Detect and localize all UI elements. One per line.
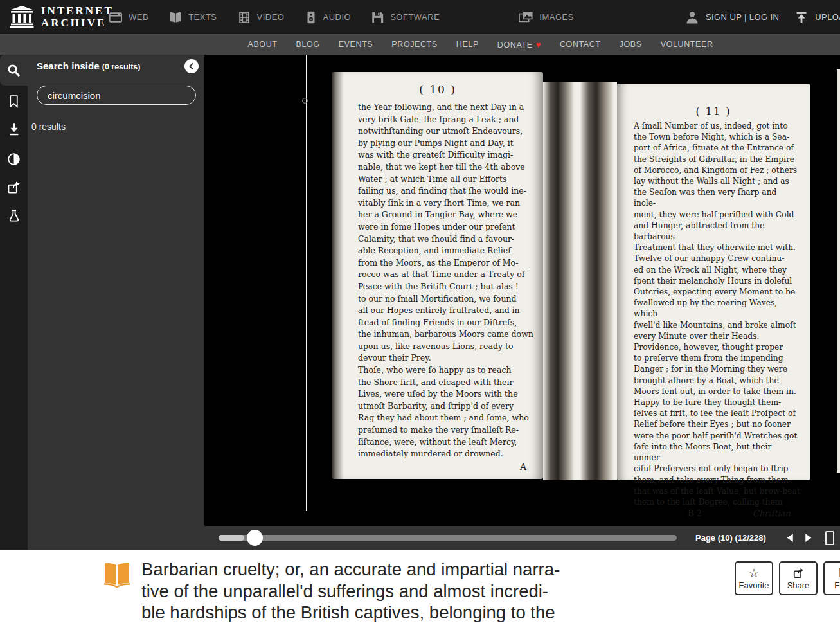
nav-images[interactable]: IMAGES	[518, 10, 574, 24]
left-page-signature: A	[332, 462, 543, 472]
next-page-button[interactable]	[803, 526, 814, 550]
upload-icon	[794, 10, 809, 25]
contrast-icon	[6, 152, 21, 167]
subnav-about[interactable]: ABOUT	[247, 40, 277, 49]
chevron-left-icon	[188, 62, 195, 70]
nav-web-label: WEB	[129, 12, 148, 22]
upload-link[interactable]: UPLOAD	[815, 12, 840, 22]
reader-toolbar: Page (10) (12/228)	[204, 526, 840, 550]
bookmark-icon	[7, 94, 21, 109]
open-book-icon	[102, 563, 132, 588]
internet-archive-logo[interactable]: INTERNET ARCHIVE	[9, 5, 114, 29]
brand-line2: ARCHIVE	[41, 17, 114, 29]
download-icon	[7, 122, 21, 137]
software-icon	[370, 10, 385, 24]
archive-building-icon	[9, 5, 35, 29]
star-icon: ☆	[748, 567, 759, 579]
left-page-number: ( 10 )	[332, 83, 543, 96]
left-page-text: the Year following, and the next Day in …	[358, 102, 537, 460]
heart-icon: ♥	[536, 40, 541, 50]
visual-adjustments-tab[interactable]	[0, 145, 28, 173]
flag-icon: ⚑	[837, 567, 840, 579]
experiments-tab[interactable]	[0, 201, 28, 230]
one-page-view-toggle[interactable]	[825, 531, 834, 545]
book-spine-gutter	[543, 82, 617, 480]
subnav-blog[interactable]: BLOG	[296, 40, 320, 49]
search-inside-tab[interactable]	[0, 55, 28, 86]
nav-images-label: IMAGES	[539, 12, 574, 22]
search-panel-header: Search inside (0 results)	[37, 60, 140, 71]
page-edge-line	[306, 55, 307, 511]
flag-button[interactable]: ⚑ Flag	[823, 561, 840, 595]
search-header-title: Search inside	[37, 60, 100, 71]
favorite-button-label: Favorite	[739, 581, 769, 590]
favorite-button[interactable]: ☆ Favorite	[735, 561, 773, 595]
share-tab[interactable]	[0, 173, 28, 201]
page-status-text: Page (10) (12/228)	[695, 526, 766, 550]
page-slider-thumb[interactable]	[247, 530, 263, 546]
item-details-footer: Barbarian cruelty; or, an accurate and i…	[0, 550, 840, 623]
flask-icon	[7, 208, 21, 223]
nav-audio[interactable]: AUDIO	[304, 10, 352, 24]
search-results-text: 0 results	[31, 122, 66, 132]
page-slider-fill	[219, 535, 244, 541]
flag-button-label: Flag	[834, 581, 840, 590]
images-icon	[518, 10, 534, 24]
nav-video[interactable]: VIDEO	[237, 10, 285, 24]
share-button-label: Share	[787, 581, 810, 590]
subnav-jobs[interactable]: JOBS	[620, 40, 642, 49]
web-icon	[108, 10, 123, 24]
book-title: Barbarian cruelty; or, an accurate and i…	[141, 559, 611, 623]
nav-audio-label: AUDIO	[323, 12, 352, 22]
video-icon	[237, 10, 252, 24]
secondary-navigation-bar: ABOUT BLOG EVENTS PROJECTS HELP DONATE♥ …	[0, 34, 840, 55]
right-page-catchword: Chriſtian	[753, 509, 791, 518]
subnav-donate-label: DONATE	[497, 41, 533, 50]
sidebar-tool-rail	[0, 55, 28, 550]
next-page-edge	[837, 69, 840, 473]
brand-wordmark: INTERNET ARCHIVE	[41, 5, 114, 29]
nav-software[interactable]: SOFTWARE	[370, 10, 440, 24]
book-page-left[interactable]: ( 10 ) the Year following, and the next …	[332, 72, 543, 479]
search-result-count: (0 results)	[102, 62, 141, 71]
bookmarks-tab[interactable]	[0, 87, 28, 115]
share-button[interactable]: Share	[779, 561, 818, 595]
subnav-donate[interactable]: DONATE♥	[497, 40, 541, 50]
texts-icon	[168, 10, 183, 24]
subnav-contact[interactable]: CONTACT	[560, 40, 601, 49]
signup-login-link[interactable]: SIGN UP | LOG IN	[706, 12, 779, 22]
search-icon	[6, 63, 21, 78]
brand-line1: INTERNET	[41, 5, 114, 17]
top-navigation-bar: INTERNET ARCHIVE WEB	[0, 0, 840, 34]
nav-web[interactable]: WEB	[108, 10, 148, 24]
share-icon	[6, 180, 21, 195]
page-edge-ornament	[302, 98, 308, 104]
search-inside-panel: Search inside (0 results) 0 results	[28, 55, 204, 550]
subnav-help[interactable]: HELP	[456, 40, 479, 49]
book-page-right[interactable]: ( 11 ) A ſmall Number of us, indeed, got…	[617, 84, 810, 480]
download-tab[interactable]	[0, 115, 28, 143]
right-page-text: A ſmall Number of us, indeed, got into t…	[634, 121, 801, 508]
person-icon	[684, 10, 700, 25]
subnav-projects[interactable]: PROJECTS	[391, 40, 437, 49]
subnav-events[interactable]: EVENTS	[339, 40, 373, 49]
previous-page-button[interactable]	[785, 526, 796, 550]
subnav-volunteer[interactable]: VOLUNTEER	[661, 40, 713, 49]
internet-archive-bookreader: INTERNET ARCHIVE WEB	[0, 0, 840, 623]
account-nav: SIGN UP | LOG IN UPLOAD	[684, 0, 840, 34]
secondary-nav-links: ABOUT BLOG EVENTS PROJECTS HELP DONATE♥ …	[121, 34, 840, 55]
search-inside-input[interactable]	[37, 86, 196, 105]
right-page-number: ( 11 )	[617, 105, 810, 118]
share-icon	[792, 567, 805, 579]
panel-collapse-button[interactable]	[184, 59, 199, 73]
right-page-footer: B 2 Chriſtian	[688, 509, 791, 518]
audio-icon	[304, 10, 318, 24]
right-page-signature: B 2	[688, 509, 702, 518]
page-slider-track[interactable]	[219, 535, 677, 541]
item-action-buttons: ☆ Favorite Share ⚑ Flag	[735, 561, 840, 595]
nav-video-label: VIDEO	[257, 12, 285, 22]
media-type-nav: WEB TEXTS	[108, 0, 574, 34]
nav-texts-label: TEXTS	[188, 12, 217, 22]
book-reader-stage: ( 10 ) the Year following, and the next …	[204, 55, 840, 526]
nav-texts[interactable]: TEXTS	[168, 10, 217, 24]
